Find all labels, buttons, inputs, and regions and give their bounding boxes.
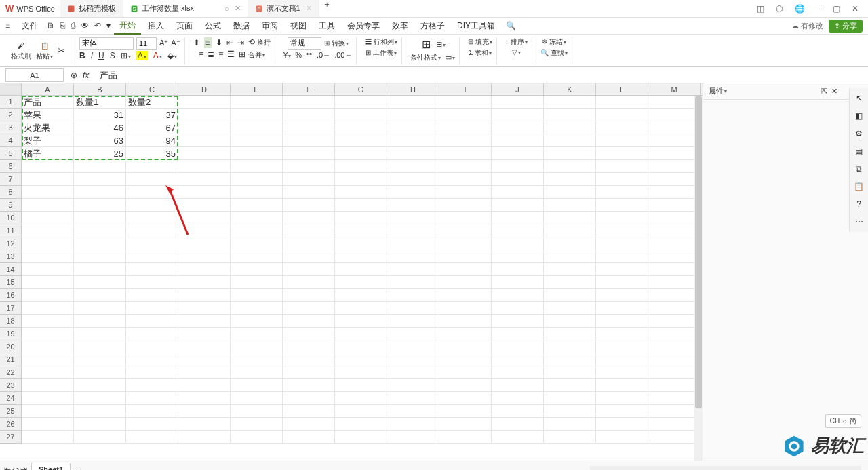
cell[interactable] bbox=[335, 315, 387, 328]
cell[interactable] bbox=[492, 121, 544, 134]
cell[interactable] bbox=[596, 173, 648, 186]
cell[interactable] bbox=[492, 366, 544, 379]
cell[interactable] bbox=[178, 237, 231, 250]
cell[interactable] bbox=[596, 328, 648, 340]
cell[interactable] bbox=[126, 315, 178, 328]
cell[interactable] bbox=[387, 224, 439, 237]
cell[interactable] bbox=[439, 276, 492, 289]
cell[interactable] bbox=[74, 431, 126, 444]
cell[interactable] bbox=[492, 109, 544, 121]
cell[interactable] bbox=[492, 315, 544, 328]
cell[interactable] bbox=[283, 340, 335, 353]
new-icon[interactable]: 🗎 bbox=[45, 21, 57, 31]
last-sheet-icon[interactable]: ⇥ bbox=[20, 465, 27, 471]
cell[interactable] bbox=[387, 134, 439, 147]
cell[interactable] bbox=[178, 173, 231, 186]
cell[interactable] bbox=[439, 199, 492, 212]
preview-icon[interactable]: 👁 bbox=[79, 21, 91, 31]
cell[interactable] bbox=[596, 237, 648, 250]
tab-template[interactable]: 找稻壳模板 bbox=[60, 0, 123, 17]
cell[interactable] bbox=[544, 160, 596, 173]
cell[interactable] bbox=[544, 173, 596, 186]
cell[interactable] bbox=[283, 405, 335, 418]
cell[interactable] bbox=[596, 302, 648, 315]
cell[interactable] bbox=[231, 263, 283, 276]
first-sheet-icon[interactable]: ⇤ bbox=[4, 465, 11, 471]
highlight-button[interactable]: A▾ bbox=[136, 51, 148, 60]
cell[interactable]: 橘子 bbox=[22, 147, 74, 160]
row-header[interactable]: 6 bbox=[0, 160, 21, 173]
cell[interactable] bbox=[74, 328, 126, 340]
cell[interactable] bbox=[231, 392, 283, 405]
cell[interactable] bbox=[283, 160, 335, 173]
cell[interactable] bbox=[596, 276, 648, 289]
row-header[interactable]: 22 bbox=[0, 366, 21, 379]
format-table-button[interactable]: ▭▾ bbox=[445, 53, 455, 62]
cell[interactable] bbox=[439, 379, 492, 392]
cell[interactable] bbox=[231, 173, 283, 186]
font-name-select[interactable] bbox=[79, 37, 134, 50]
cell[interactable] bbox=[126, 173, 178, 186]
cell[interactable] bbox=[178, 431, 231, 444]
menu-efficiency[interactable]: 效率 bbox=[387, 18, 414, 34]
cell[interactable] bbox=[22, 212, 74, 224]
cell[interactable] bbox=[74, 366, 126, 379]
cell[interactable] bbox=[596, 340, 648, 353]
find-button[interactable]: 🔍 查找▾ bbox=[540, 48, 568, 58]
menu-insert[interactable]: 插入 bbox=[142, 18, 170, 34]
row-header[interactable]: 2 bbox=[0, 109, 21, 121]
comma-icon[interactable]: ᵒᵒ bbox=[306, 51, 313, 60]
cell[interactable] bbox=[544, 212, 596, 224]
cell[interactable] bbox=[596, 263, 648, 276]
cell[interactable] bbox=[648, 212, 701, 224]
cell[interactable] bbox=[178, 212, 231, 224]
cell[interactable] bbox=[335, 160, 387, 173]
name-box[interactable]: A1 bbox=[5, 68, 64, 82]
cell[interactable] bbox=[22, 276, 74, 289]
cell[interactable] bbox=[126, 237, 178, 250]
print-icon[interactable]: ⎙ bbox=[68, 21, 77, 31]
align-right-icon[interactable]: ≡ bbox=[218, 50, 223, 59]
menu-tools[interactable]: 工具 bbox=[313, 18, 340, 34]
formula-input[interactable]: 产品 bbox=[96, 69, 868, 81]
cell[interactable] bbox=[178, 353, 231, 366]
cell[interactable] bbox=[22, 418, 74, 431]
cell[interactable] bbox=[22, 263, 74, 276]
cell[interactable] bbox=[126, 212, 178, 224]
cell[interactable] bbox=[387, 250, 439, 263]
cell[interactable] bbox=[544, 224, 596, 237]
cell[interactable] bbox=[335, 353, 387, 366]
cell[interactable] bbox=[439, 405, 492, 418]
cell[interactable] bbox=[283, 431, 335, 444]
cell[interactable] bbox=[22, 302, 74, 315]
add-sheet-button[interactable]: + bbox=[71, 465, 83, 471]
cell[interactable] bbox=[178, 340, 231, 353]
cell[interactable] bbox=[283, 302, 335, 315]
indent-increase-icon[interactable]: ⇥ bbox=[237, 38, 244, 47]
cell[interactable] bbox=[387, 340, 439, 353]
cell[interactable]: 31 bbox=[74, 109, 126, 121]
cell[interactable] bbox=[22, 173, 74, 186]
cell[interactable] bbox=[283, 250, 335, 263]
cell[interactable] bbox=[74, 405, 126, 418]
menu-file[interactable]: 文件 bbox=[16, 18, 43, 34]
cell[interactable] bbox=[74, 160, 126, 173]
cell[interactable] bbox=[335, 147, 387, 160]
row-header[interactable]: 23 bbox=[0, 379, 21, 392]
cell[interactable] bbox=[22, 353, 74, 366]
increase-font-icon[interactable]: A⁺ bbox=[159, 39, 168, 47]
cell[interactable] bbox=[596, 366, 648, 379]
cell[interactable] bbox=[74, 224, 126, 237]
cell[interactable] bbox=[335, 302, 387, 315]
cell[interactable] bbox=[648, 315, 701, 328]
cell[interactable] bbox=[283, 366, 335, 379]
cell[interactable] bbox=[335, 418, 387, 431]
col-header[interactable]: I bbox=[439, 83, 492, 95]
cell[interactable] bbox=[126, 405, 178, 418]
cell[interactable] bbox=[231, 160, 283, 173]
cell[interactable] bbox=[335, 405, 387, 418]
more-tool-icon[interactable]: ⋯ bbox=[855, 217, 863, 227]
cell[interactable] bbox=[648, 302, 701, 315]
cell[interactable] bbox=[439, 134, 492, 147]
cell[interactable] bbox=[439, 109, 492, 121]
